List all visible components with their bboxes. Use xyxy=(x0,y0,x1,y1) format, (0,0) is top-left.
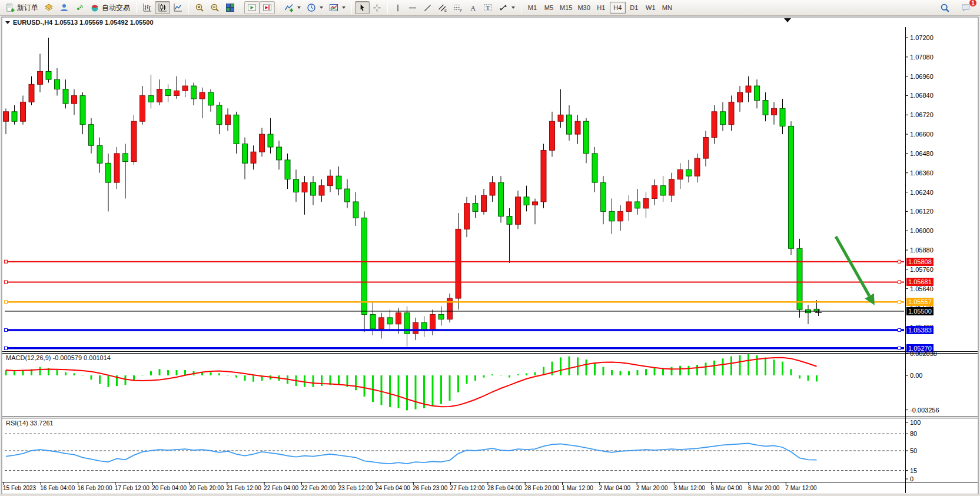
crosshair-icon xyxy=(373,4,381,12)
chart-canvas[interactable] xyxy=(0,0,980,496)
rsi-label: RSI(14) 33.7261 xyxy=(6,420,54,427)
chart-title-bar[interactable]: EURUSD-,H4 1.05513 1.05569 1.05492 1.055… xyxy=(5,19,154,26)
toolbar: 新订单 自动交易 xyxy=(0,0,980,16)
signal-button[interactable] xyxy=(72,1,87,14)
notifications-button[interactable]: 1 xyxy=(958,1,974,14)
vertical-line-icon xyxy=(394,4,402,12)
tile-windows-button[interactable] xyxy=(222,1,238,14)
tile-windows-icon xyxy=(225,3,235,12)
timeframe-m30[interactable]: M30 xyxy=(575,2,592,14)
separator xyxy=(188,2,189,14)
chart-title: EURUSD-,H4 1.05513 1.05569 1.05492 1.055… xyxy=(13,19,154,26)
timeframe-d1[interactable]: D1 xyxy=(626,2,642,14)
candlestick-chart-button[interactable] xyxy=(155,1,170,14)
auto-trading-button[interactable]: 自动交易 xyxy=(87,1,133,14)
trendline-icon xyxy=(423,4,432,12)
vertical-line-tool-button[interactable] xyxy=(391,1,405,14)
indicators-icon xyxy=(284,3,294,12)
templates-button[interactable] xyxy=(326,1,348,14)
channel-tool-button[interactable]: E xyxy=(435,1,450,14)
text-label-icon: T xyxy=(483,3,493,12)
new-order-button[interactable]: 新订单 xyxy=(3,1,41,14)
new-order-label: 新订单 xyxy=(17,3,38,13)
auto-trading-icon xyxy=(90,3,99,12)
horizontal-line-icon xyxy=(408,4,417,12)
chart-shift-icon xyxy=(263,3,272,12)
auto-trading-label: 自动交易 xyxy=(102,3,130,13)
timeframe-mn[interactable]: MN xyxy=(659,2,675,14)
separator xyxy=(521,2,521,14)
candlestick-chart-icon xyxy=(158,3,167,12)
trendline-tool-button[interactable] xyxy=(420,1,435,14)
new-order-icon xyxy=(6,4,15,12)
separator xyxy=(241,2,241,14)
line-chart-icon xyxy=(173,3,182,12)
arrows-dropdown-caret xyxy=(511,6,515,9)
text-icon: A xyxy=(469,4,477,12)
chart-shift-button[interactable] xyxy=(260,1,275,14)
timeframe-group: M1M5M15M30H1H4D1W1MN xyxy=(524,2,675,14)
zoom-out-icon xyxy=(210,3,220,12)
chart-menu-icon xyxy=(5,21,10,24)
scroll-to-end-icon[interactable] xyxy=(784,18,791,22)
auto-scroll-icon xyxy=(247,3,257,12)
profile-button[interactable] xyxy=(57,1,72,14)
application-window: { "toolbar": { "new_order_label": "新订单",… xyxy=(0,0,980,496)
zoom-in-icon xyxy=(195,3,204,12)
auto-scroll-button[interactable] xyxy=(244,1,260,14)
timeframe-m15[interactable]: M15 xyxy=(557,2,574,14)
timeframe-w1[interactable]: W1 xyxy=(643,2,659,14)
text-tool-button[interactable]: A xyxy=(466,1,480,14)
svg-text:F: F xyxy=(460,9,463,12)
timeframe-m1[interactable]: M1 xyxy=(524,2,540,14)
zoom-out-button[interactable] xyxy=(207,1,222,14)
clock-icon xyxy=(307,3,316,12)
arrows-tool-button[interactable] xyxy=(496,1,518,14)
template-icon xyxy=(329,3,338,12)
fibonacci-icon: F xyxy=(453,3,463,12)
timeframe-m5[interactable]: M5 xyxy=(541,2,557,14)
cursor-icon xyxy=(358,4,367,12)
market-depth-button[interactable] xyxy=(41,1,57,14)
arrows-icon xyxy=(499,3,508,12)
fibonacci-tool-button[interactable]: F xyxy=(450,1,466,14)
line-chart-button[interactable] xyxy=(170,1,185,14)
notification-badge: 1 xyxy=(969,0,977,7)
search-icon xyxy=(940,3,950,13)
profile-icon xyxy=(59,3,69,12)
separator xyxy=(136,2,137,14)
cursor-tool-button[interactable] xyxy=(355,1,370,14)
periods-button[interactable] xyxy=(304,1,326,14)
timeframe-h4[interactable]: H4 xyxy=(610,2,626,14)
horizontal-line-tool-button[interactable] xyxy=(405,1,420,14)
svg-text:A: A xyxy=(470,4,476,12)
macd-label: MACD(12,26,9) -0.000579 0.001014 xyxy=(6,354,111,361)
separator xyxy=(278,2,278,14)
crosshair-tool-button[interactable] xyxy=(370,1,384,14)
bar-chart-icon xyxy=(142,3,152,12)
periods-dropdown-caret xyxy=(320,6,323,9)
toolbar-right-group: 1 xyxy=(937,1,977,14)
indicators-button[interactable] xyxy=(281,1,304,14)
timeframe-h1[interactable]: H1 xyxy=(593,2,609,14)
text-label-tool-button[interactable]: T xyxy=(480,1,496,14)
search-button[interactable] xyxy=(937,1,953,14)
zoom-in-button[interactable] xyxy=(192,1,207,14)
gold-stack-icon xyxy=(44,3,54,12)
bar-chart-button[interactable] xyxy=(139,1,155,14)
templates-dropdown-caret xyxy=(342,6,346,9)
indicators-dropdown-caret xyxy=(297,6,301,9)
separator xyxy=(387,2,388,14)
svg-text:E: E xyxy=(444,9,447,12)
signal-icon xyxy=(75,3,84,12)
separator xyxy=(351,2,352,14)
equidistant-channel-icon: E xyxy=(438,3,447,12)
svg-text:T: T xyxy=(486,4,490,11)
